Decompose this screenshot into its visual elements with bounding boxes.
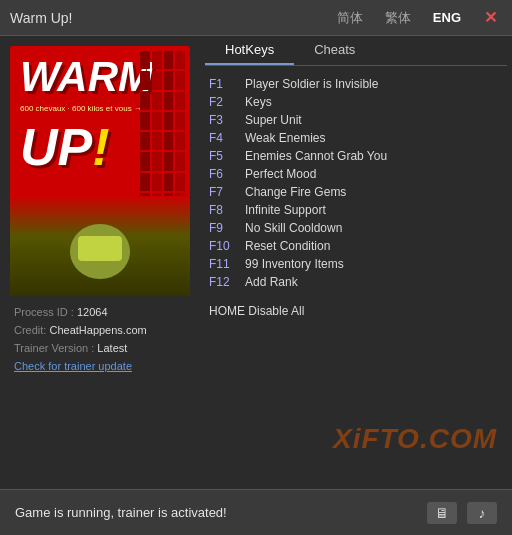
hotkey-item[interactable]: F8Infinite Support xyxy=(205,202,507,218)
hotkey-item[interactable]: F2Keys xyxy=(205,94,507,110)
hotkey-key: F5 xyxy=(209,149,239,163)
left-panel: WARM 600 chevaux · 600 kilos et vous → U… xyxy=(0,36,200,489)
hotkey-item[interactable]: F3Super Unit xyxy=(205,112,507,128)
lang-simplified[interactable]: 简体 xyxy=(333,7,367,29)
hotkey-key: F7 xyxy=(209,185,239,199)
music-icon[interactable]: ♪ xyxy=(467,502,497,524)
hotkey-key: F4 xyxy=(209,131,239,145)
hotkey-key: F11 xyxy=(209,257,239,271)
cover-title-up: UP! xyxy=(20,121,110,173)
cover-subtitle: 600 chevaux · 600 kilos et vous → xyxy=(20,104,142,113)
hotkey-item[interactable]: F4Weak Enemies xyxy=(205,130,507,146)
hotkey-action: Add Rank xyxy=(245,275,298,289)
hotkey-item[interactable]: F7Change Fire Gems xyxy=(205,184,507,200)
tab-hotkeys[interactable]: HotKeys xyxy=(205,36,294,65)
title-bar: Warm Up! 简体 繁体 ENG ✕ xyxy=(0,0,512,36)
cover-title-warm: WARM xyxy=(20,56,153,98)
credit-label: Credit: xyxy=(14,324,46,336)
credit-line: Credit: CheatHappens.com xyxy=(14,324,186,336)
monitor-icon[interactable]: 🖥 xyxy=(427,502,457,524)
status-message: Game is running, trainer is activated! xyxy=(15,505,227,520)
process-id-label: Process ID : xyxy=(14,306,74,318)
status-bar: Game is running, trainer is activated! 🖥… xyxy=(0,489,512,535)
hotkey-action: Weak Enemies xyxy=(245,131,325,145)
hotkey-key: F6 xyxy=(209,167,239,181)
hotkey-item[interactable]: F5Enemies Cannot Grab You xyxy=(205,148,507,164)
status-icons: 🖥 ♪ xyxy=(427,502,497,524)
hotkey-key: F2 xyxy=(209,95,239,109)
process-id-value: 12064 xyxy=(77,306,108,318)
hotkey-item[interactable]: F12Add Rank xyxy=(205,274,507,290)
trainer-version-line: Trainer Version : Latest xyxy=(14,342,186,354)
title-bar-left: Warm Up! xyxy=(10,10,72,26)
hotkey-action: Perfect Mood xyxy=(245,167,316,181)
hotkey-action: 99 Inventory Items xyxy=(245,257,344,271)
game-cover: WARM 600 chevaux · 600 kilos et vous → U… xyxy=(10,46,190,296)
hotkey-key: F3 xyxy=(209,113,239,127)
hotkey-action: Reset Condition xyxy=(245,239,330,253)
face-visor xyxy=(78,236,122,261)
hotkey-item[interactable]: F9No Skill Cooldown xyxy=(205,220,507,236)
hotkey-item[interactable]: F10Reset Condition xyxy=(205,238,507,254)
hotkey-item[interactable]: F1199 Inventory Items xyxy=(205,256,507,272)
cover-grid xyxy=(135,46,190,216)
hotkey-action: No Skill Cooldown xyxy=(245,221,342,235)
hotkey-item[interactable]: F1Player Soldier is Invisible xyxy=(205,76,507,92)
title-bar-right: 简体 繁体 ENG ✕ xyxy=(333,6,502,29)
hotkey-item[interactable]: F6Perfect Mood xyxy=(205,166,507,182)
process-id-line: Process ID : 12064 xyxy=(14,306,186,318)
hotkey-action: Change Fire Gems xyxy=(245,185,346,199)
main-content: WARM 600 chevaux · 600 kilos et vous → U… xyxy=(0,36,512,489)
hotkey-action: Infinite Support xyxy=(245,203,326,217)
hotkeys-list: F1Player Soldier is InvisibleF2KeysF3Sup… xyxy=(205,74,507,292)
info-section: Process ID : 12064 Credit: CheatHappens.… xyxy=(10,306,190,372)
trainer-version-label: Trainer Version : xyxy=(14,342,94,354)
lang-traditional[interactable]: 繁体 xyxy=(381,7,415,29)
hotkey-key: F10 xyxy=(209,239,239,253)
hotkey-action: Player Soldier is Invisible xyxy=(245,77,378,91)
hotkey-key: F12 xyxy=(209,275,239,289)
face-oval xyxy=(70,224,130,279)
app-title: Warm Up! xyxy=(10,10,72,26)
lang-english[interactable]: ENG xyxy=(429,8,465,27)
tabs: HotKeys Cheats xyxy=(205,36,507,66)
cover-face xyxy=(10,196,190,296)
hotkey-action: Super Unit xyxy=(245,113,302,127)
update-link[interactable]: Check for trainer update xyxy=(14,360,186,372)
right-panel: HotKeys Cheats F1Player Soldier is Invis… xyxy=(200,36,512,489)
home-action: HOME Disable All xyxy=(205,302,507,320)
trainer-version-value: Latest xyxy=(97,342,127,354)
hotkey-action: Enemies Cannot Grab You xyxy=(245,149,387,163)
hotkey-key: F1 xyxy=(209,77,239,91)
hotkey-action: Keys xyxy=(245,95,272,109)
tab-cheats[interactable]: Cheats xyxy=(294,36,375,65)
credit-value: CheatHappens.com xyxy=(49,324,146,336)
hotkey-key: F9 xyxy=(209,221,239,235)
hotkey-key: F8 xyxy=(209,203,239,217)
close-button[interactable]: ✕ xyxy=(479,6,502,29)
